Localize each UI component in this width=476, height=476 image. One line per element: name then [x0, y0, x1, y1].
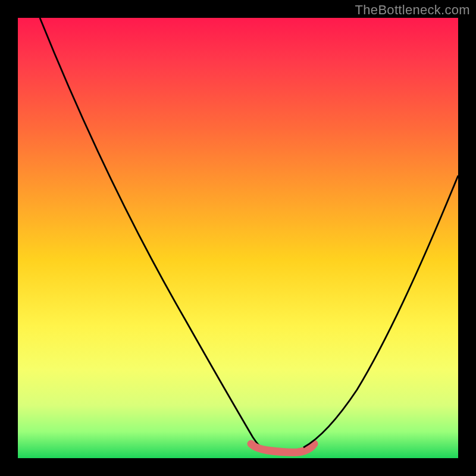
chart-curves — [18, 18, 458, 458]
valley-knob-left — [248, 440, 255, 447]
left-curve — [40, 18, 262, 447]
valley-band — [251, 444, 314, 452]
right-curve — [303, 176, 458, 447]
watermark-text: TheBottleneck.com — [355, 2, 470, 18]
chart-frame: TheBottleneck.com — [0, 0, 476, 476]
chart-plot-area — [18, 18, 458, 458]
